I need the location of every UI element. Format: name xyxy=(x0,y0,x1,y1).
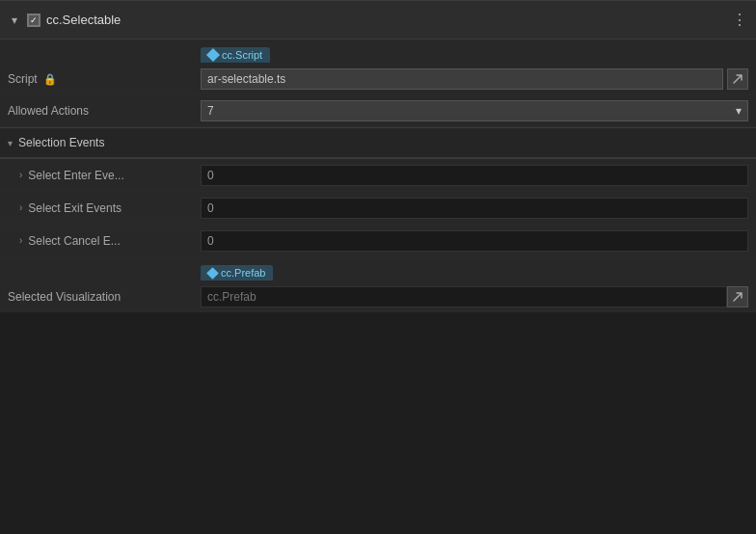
allowed-actions-row: Allowed Actions 7 ▾ xyxy=(0,94,756,127)
section-title: Selection Events xyxy=(18,136,104,149)
header-left: ▾ cc.Selectable xyxy=(8,13,732,27)
selection-events-section-header[interactable]: ▾ Selection Events xyxy=(0,128,756,158)
script-label: Script 🔒 xyxy=(8,72,201,86)
allowed-actions-dropdown[interactable]: 7 ▾ xyxy=(201,100,748,121)
prefab-diamond-icon xyxy=(206,267,219,280)
script-input[interactable] xyxy=(201,68,723,90)
select-cancel-label: › Select Cancel E... xyxy=(19,234,201,248)
selected-visualization-input[interactable] xyxy=(201,286,727,307)
script-type-tag: cc.Script xyxy=(201,47,270,63)
component-header: ▾ cc.Selectable ⋮ xyxy=(0,1,756,40)
select-exit-value: 0 xyxy=(201,198,748,219)
selected-visualization-value: cc.Prefab xyxy=(201,286,727,307)
event-expand-icon[interactable]: › xyxy=(19,202,22,213)
component-panel: ▾ cc.Selectable ⋮ Script 🔒 cc.Script All xyxy=(0,0,756,312)
selected-visualization-label: Selected Visualization xyxy=(8,290,201,304)
allowed-actions-label: Allowed Actions xyxy=(8,104,201,118)
script-goto-button[interactable] xyxy=(727,68,748,90)
visualization-goto-button[interactable] xyxy=(727,286,748,307)
lock-icon: 🔒 xyxy=(43,73,57,86)
select-enter-event-row: › Select Enter Eve... 0 xyxy=(0,159,756,192)
select-exit-label: › Select Exit Events xyxy=(19,201,201,215)
select-enter-label: › Select Enter Eve... xyxy=(19,169,201,182)
select-cancel-value: 0 xyxy=(201,230,748,252)
select-cancel-event-row: › Select Cancel E... 0 xyxy=(0,225,756,257)
section-collapse-icon: ▾ xyxy=(8,138,13,148)
event-expand-icon[interactable]: › xyxy=(19,170,22,180)
more-options-button[interactable]: ⋮ xyxy=(732,11,748,29)
collapse-chevron-icon[interactable]: ▾ xyxy=(8,13,21,27)
event-expand-icon[interactable]: › xyxy=(19,235,22,246)
script-field-row: Script 🔒 cc.Script xyxy=(0,40,756,94)
component-enabled-checkbox[interactable] xyxy=(27,13,40,27)
component-title: cc.Selectable xyxy=(46,13,121,27)
diamond-icon xyxy=(206,48,220,62)
select-exit-event-row: › Select Exit Events 0 xyxy=(0,192,756,225)
script-field-value: cc.Script xyxy=(201,68,748,90)
prefab-type-tag: cc.Prefab xyxy=(201,265,273,280)
selected-visualization-row: Selected Visualization cc.Prefab xyxy=(0,257,756,312)
select-enter-value: 0 xyxy=(201,165,748,186)
dropdown-chevron-icon: ▾ xyxy=(736,104,742,118)
